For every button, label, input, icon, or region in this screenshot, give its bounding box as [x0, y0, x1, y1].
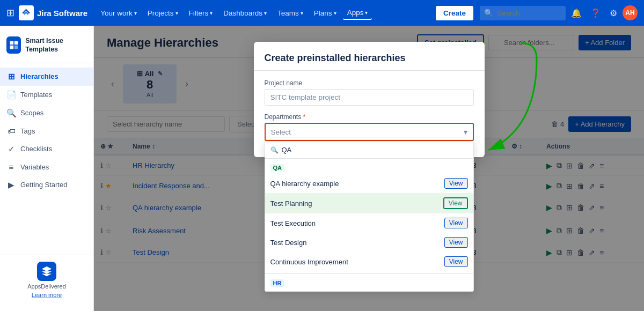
chevron-down-icon: ▾ [464, 128, 467, 136]
logo-text: Jira Software [37, 9, 87, 18]
sidebar-item-getting-started[interactable]: ▶ Getting Started [0, 176, 93, 194]
apps-delivered-logo [37, 262, 56, 281]
qa-section: QA QA hierarchy example View Test Planni… [265, 159, 473, 273]
scopes-icon: 🔍 [6, 108, 16, 118]
nav-teams[interactable]: Teams▾ [273, 7, 308, 19]
hierarchies-icon: ⊞ [6, 72, 16, 82]
dropdown-search-input[interactable] [282, 146, 468, 154]
sidebar-logo-text: Smart Issue Templates [25, 36, 87, 54]
getting-started-icon: ▶ [6, 180, 16, 190]
departments-label: Departments * [265, 113, 474, 121]
sidebar-bottom: AppsDelivered Learn more [0, 255, 93, 305]
nav-your-work[interactable]: Your work▾ [96, 7, 141, 19]
app-logo[interactable]: Jira Software [19, 5, 87, 20]
sidebar-item-label: Variables [20, 163, 49, 171]
required-asterisk: * [303, 113, 306, 121]
svg-rect-3 [14, 46, 18, 49]
search-input[interactable] [480, 6, 566, 20]
sidebar-logo-icon [6, 36, 21, 54]
top-navigation: ⊞ Jira Software Your work▾ Projects▾ Fil… [0, 0, 644, 26]
sidebar-item-label: Templates [20, 91, 52, 99]
settings-button[interactable]: ⚙ [606, 6, 620, 20]
departments-dropdown-wrap: Select ▾ 🔍 [265, 123, 474, 141]
sidebar: Smart Issue Templates ⊞ Hierarchies 📄 Te… [0, 26, 94, 311]
item-name: Continuous Improvement [270, 258, 348, 266]
sidebar-item-label: Checklists [20, 145, 52, 153]
svg-rect-2 [10, 46, 13, 49]
hr-section: HR [265, 274, 473, 291]
modal-overlay[interactable]: Create preinstalled hierarchies Project … [94, 26, 644, 311]
create-button[interactable]: Create [436, 6, 473, 20]
item-name: Test Execution [270, 219, 316, 227]
user-avatar[interactable]: AH [623, 5, 638, 20]
checklists-icon: ✓ [6, 144, 16, 154]
tags-icon: 🏷 [6, 127, 16, 136]
item-name: Test Planning [270, 199, 312, 208]
sidebar-item-tags[interactable]: 🏷 Tags [0, 122, 93, 140]
app-layout: Smart Issue Templates ⊞ Hierarchies 📄 Te… [0, 26, 644, 311]
svg-rect-1 [14, 41, 18, 45]
modal-title: Create preinstalled hierarchies [265, 53, 474, 64]
dropdown-item-test-design[interactable]: Test Design View [265, 233, 473, 252]
view-button[interactable]: View [444, 237, 468, 248]
view-button[interactable]: View [444, 178, 468, 189]
svg-rect-0 [10, 41, 13, 45]
grid-icon[interactable]: ⊞ [6, 7, 14, 19]
qa-section-label: QA [265, 161, 473, 174]
sidebar-item-scopes[interactable]: 🔍 Scopes [0, 104, 93, 122]
select-value: Select [271, 128, 291, 136]
sidebar-item-variables[interactable]: ≡ Variables [0, 158, 93, 176]
sidebar-logo: Smart Issue Templates [0, 32, 93, 63]
nav-dashboards[interactable]: Dashboards▾ [219, 7, 271, 19]
hr-section-label: HR [265, 276, 473, 289]
departments-group: Departments * Select ▾ 🔍 [265, 113, 474, 141]
learn-more-link[interactable]: Learn more [32, 292, 62, 298]
project-name-input[interactable] [265, 89, 474, 106]
modal-header: Create preinstalled hierarchies [254, 42, 485, 71]
view-button[interactable]: View [444, 256, 468, 267]
variables-icon: ≡ [6, 162, 16, 172]
dropdown-search-icon: 🔍 [270, 146, 279, 154]
dropdown-item-qa-hierarchy[interactable]: QA hierarchy example View [265, 174, 473, 193]
modal-body: Project name Departments * Select ▾ [254, 71, 485, 157]
search-wrap: 🔍 [480, 6, 566, 20]
dropdown-item-continuous[interactable]: Continuous Improvement View [265, 252, 473, 271]
departments-dropdown-menu: 🔍 QA QA hierarchy example Vie [265, 141, 474, 292]
nav-projects[interactable]: Projects▾ [143, 7, 182, 19]
sidebar-item-label: Scopes [20, 109, 43, 117]
sidebar-item-templates[interactable]: 📄 Templates [0, 86, 93, 104]
view-button[interactable]: View [443, 197, 468, 209]
qa-section-icon: QA [270, 164, 285, 172]
departments-select[interactable]: Select ▾ [265, 123, 474, 141]
sidebar-item-label: Getting Started [20, 181, 67, 189]
dropdown-item-test-planning[interactable]: Test Planning View [265, 193, 473, 213]
nav-filters[interactable]: Filters▾ [185, 7, 217, 19]
apps-delivered-text: AppsDelivered [27, 283, 66, 290]
create-hierarchies-modal: Create preinstalled hierarchies Project … [254, 42, 485, 157]
nav-plans[interactable]: Plans▾ [310, 7, 341, 19]
main-content: Manage Hierarchies Set preinstalled 🔍 + … [94, 26, 644, 311]
view-button[interactable]: View [444, 218, 468, 228]
sidebar-item-hierarchies[interactable]: ⊞ Hierarchies [0, 68, 93, 86]
project-name-group: Project name [265, 79, 474, 106]
sidebar-item-checklists[interactable]: ✓ Checklists [0, 140, 93, 158]
hr-section-icon: HR [270, 279, 284, 287]
nav-apps[interactable]: Apps▾ [343, 6, 372, 20]
item-name: QA hierarchy example [270, 180, 339, 188]
project-name-label: Project name [265, 79, 474, 87]
templates-icon: 📄 [6, 90, 16, 100]
help-button[interactable]: ❓ [587, 6, 604, 20]
item-name: Test Design [270, 239, 307, 247]
dropdown-search-area: 🔍 [265, 142, 473, 159]
jira-logo-icon [19, 5, 34, 20]
notifications-button[interactable]: 🔔 [568, 6, 585, 20]
dropdown-item-test-execution[interactable]: Test Execution View [265, 213, 473, 233]
sidebar-item-label: Hierarchies [20, 72, 58, 80]
sidebar-item-label: Tags [20, 127, 35, 135]
